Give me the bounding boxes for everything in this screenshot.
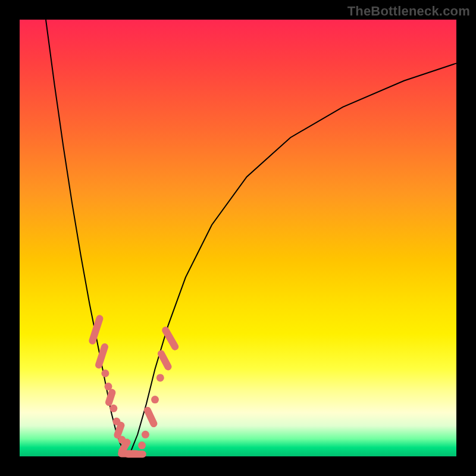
curve-right-branch <box>129 63 457 456</box>
marker-layer <box>88 314 180 458</box>
marker-dot <box>142 431 149 439</box>
marker-dot <box>151 396 159 403</box>
marker-pill <box>156 349 173 371</box>
marker-pill <box>161 325 180 352</box>
marker-pill <box>88 314 104 346</box>
marker-pill <box>143 406 158 428</box>
marker-dot <box>138 441 146 449</box>
chart-svg <box>20 20 456 456</box>
marker-dot <box>101 369 109 377</box>
marker-pill <box>94 342 109 369</box>
chart-frame: TheBottleneck.com <box>0 0 476 476</box>
curve-layer <box>46 20 456 456</box>
plot-area <box>20 20 456 456</box>
curve-left-branch <box>46 20 129 456</box>
marker-pill <box>104 388 116 407</box>
watermark-text: TheBottleneck.com <box>347 4 470 19</box>
marker-dot <box>109 405 117 412</box>
marker-pill <box>124 450 146 458</box>
marker-dot <box>156 374 164 381</box>
